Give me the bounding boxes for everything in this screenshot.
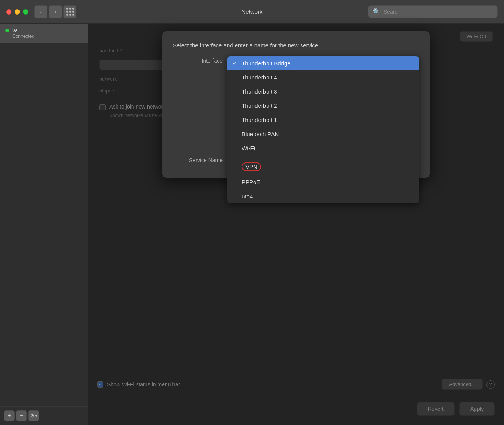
right-panel: Select the interface and enter a name fo… — [88, 24, 504, 425]
search-icon: 🔍 — [373, 8, 380, 15]
dialog-title: Select the interface and enter a name fo… — [173, 42, 419, 49]
service-name-label: Service Name — [173, 156, 223, 163]
dropdown-item-thunderbolt2[interactable]: Thunderbolt 2 — [227, 99, 419, 113]
gear-button[interactable]: ⚙ ▾ — [28, 410, 39, 421]
sidebar-bottom: + − ⚙ ▾ — [0, 406, 88, 425]
sidebar: Wi-Fi Connected + − ⚙ ▾ — [0, 24, 88, 425]
dropdown-item-6to4[interactable]: 6to4 — [227, 189, 419, 203]
remove-button[interactable]: − — [16, 410, 27, 421]
close-button[interactable] — [6, 9, 11, 15]
search-bar[interactable]: 🔍 — [368, 5, 498, 18]
search-input[interactable] — [384, 9, 493, 15]
grid-button[interactable] — [63, 5, 76, 18]
dropdown-divider — [227, 157, 419, 157]
dropdown-item-thunderbolt4[interactable]: Thunderbolt 4 — [227, 70, 419, 84]
main-content: Wi-Fi Connected + − ⚙ ▾ Select the inter… — [0, 24, 504, 425]
dropdown-item-vpn[interactable]: VPN — [227, 159, 419, 175]
dropdown-item-pppoe[interactable]: PPPoE — [227, 175, 419, 189]
forward-button[interactable]: › — [49, 5, 62, 18]
sidebar-item-status: Connected — [12, 34, 82, 39]
sidebar-item-name: Wi-Fi — [12, 28, 25, 34]
dialog-overlay: Select the interface and enter a name fo… — [88, 24, 504, 425]
vpn-label: VPN — [242, 162, 261, 171]
back-button[interactable]: ‹ — [34, 5, 47, 18]
gear-chevron: ▾ — [35, 414, 37, 418]
title-bar: ‹ › Network 🔍 — [0, 0, 504, 24]
dropdown-item-thunderbolt3[interactable]: Thunderbolt 3 — [227, 84, 419, 99]
traffic-lights — [6, 9, 28, 15]
nav-buttons: ‹ › — [34, 5, 62, 18]
connected-dot — [5, 29, 9, 32]
interface-row: Interface Thunderbolt Bridge Thunderbolt… — [173, 56, 419, 64]
maximize-button[interactable] — [23, 9, 28, 15]
dropdown-item-wifi[interactable]: Wi-Fi — [227, 141, 419, 155]
dropdown-item-bluetooth-pan[interactable]: Bluetooth PAN — [227, 127, 419, 141]
interface-label: Interface — [173, 56, 223, 64]
interface-dropdown-menu[interactable]: Thunderbolt Bridge Thunderbolt 4 Thunder… — [227, 56, 419, 203]
dropdown-item-thunderbolt-bridge[interactable]: Thunderbolt Bridge — [227, 56, 419, 70]
grid-icon — [66, 8, 74, 16]
dropdown-item-thunderbolt1[interactable]: Thunderbolt 1 — [227, 113, 419, 127]
sidebar-item-top: Wi-Fi — [5, 28, 82, 34]
minimize-button[interactable] — [15, 9, 20, 15]
add-button[interactable]: + — [4, 410, 15, 421]
new-service-dialog: Select the interface and enter a name fo… — [162, 31, 430, 178]
gear-icon: ⚙ — [30, 413, 34, 419]
window-title: Network — [241, 8, 262, 15]
sidebar-item-wifi[interactable]: Wi-Fi Connected — [0, 24, 88, 43]
